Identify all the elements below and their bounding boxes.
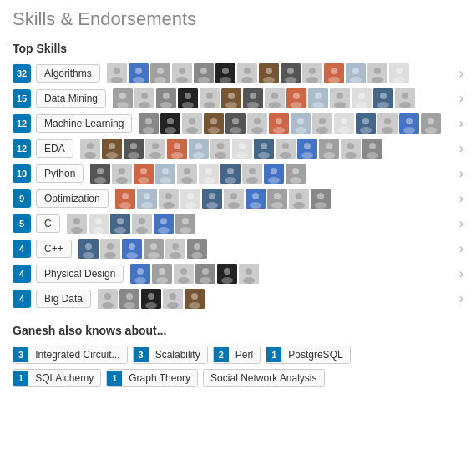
svg-point-20 <box>241 77 253 83</box>
skill-avatars <box>78 239 456 259</box>
svg-point-233 <box>93 227 104 234</box>
also-badge[interactable]: 1SQLAlchemy <box>13 369 101 387</box>
expand-chevron-icon[interactable]: › <box>459 266 463 281</box>
expand-chevron-icon[interactable]: › <box>459 191 463 206</box>
also-count: 3 <box>134 347 149 362</box>
svg-point-158 <box>301 152 313 159</box>
svg-point-131 <box>106 152 118 159</box>
avatar <box>367 63 387 83</box>
svg-point-85 <box>145 118 152 124</box>
svg-point-278 <box>221 277 233 284</box>
svg-point-14 <box>198 77 210 83</box>
expand-chevron-icon[interactable]: › <box>459 66 463 81</box>
skill-badge[interactable]: Machine Learning <box>36 114 132 133</box>
svg-point-16 <box>222 68 229 74</box>
page-title: Skills & Endorsements <box>13 8 463 30</box>
avatar <box>141 289 161 309</box>
avatar <box>373 88 393 108</box>
also-count: 1 <box>107 371 122 386</box>
also-label: Graph Theory <box>122 370 197 386</box>
svg-point-287 <box>124 302 135 309</box>
skill-count: 12 <box>13 139 31 158</box>
skill-badge[interactable]: C++ <box>36 240 72 258</box>
svg-point-248 <box>83 252 94 259</box>
skill-avatars <box>107 63 456 83</box>
skill-badge[interactable]: Data Mining <box>36 89 106 108</box>
svg-point-205 <box>165 193 172 199</box>
svg-point-65 <box>269 102 281 108</box>
avatar <box>265 88 285 108</box>
also-badge[interactable]: 1PostgreSQL <box>266 346 351 364</box>
skill-badge[interactable]: Optimization <box>36 189 109 208</box>
avatar <box>341 139 361 159</box>
svg-point-155 <box>280 152 291 159</box>
svg-point-263 <box>191 252 203 259</box>
svg-point-247 <box>85 243 92 250</box>
avatar <box>225 113 246 134</box>
skill-badge[interactable]: Python <box>36 164 84 183</box>
skill-row: 15Data Mining <box>13 88 463 108</box>
svg-point-274 <box>202 268 209 275</box>
skill-badge[interactable]: C <box>36 214 60 233</box>
expand-chevron-icon[interactable]: › <box>459 91 463 106</box>
svg-point-98 <box>230 127 241 134</box>
svg-point-269 <box>156 277 168 284</box>
skill-badge[interactable]: Big Data <box>36 290 91 308</box>
avatar <box>239 264 259 284</box>
also-badge[interactable]: Social Network Analysis <box>203 369 324 387</box>
avatar <box>178 88 198 108</box>
expand-chevron-icon[interactable]: › <box>459 166 463 181</box>
svg-point-161 <box>323 152 335 159</box>
svg-point-245 <box>180 227 191 234</box>
expand-chevron-icon[interactable]: › <box>459 291 463 306</box>
svg-point-226 <box>317 193 324 199</box>
avatar <box>281 63 301 83</box>
skill-badge[interactable]: Physical Design <box>36 265 124 283</box>
skill-row: 5C <box>13 214 463 234</box>
svg-point-100 <box>254 118 261 124</box>
avatar <box>311 189 331 209</box>
skill-count: 4 <box>13 240 31 258</box>
skill-badge[interactable]: Algorithms <box>36 64 100 83</box>
svg-point-1 <box>114 68 120 74</box>
svg-point-83 <box>399 102 411 108</box>
expand-chevron-icon[interactable]: › <box>459 141 463 156</box>
svg-point-185 <box>203 177 215 184</box>
svg-point-268 <box>159 268 165 275</box>
svg-point-49 <box>163 93 170 99</box>
also-count: 2 <box>214 347 229 362</box>
svg-point-2 <box>111 77 123 83</box>
expand-chevron-icon[interactable]: › <box>459 216 463 231</box>
avatar <box>154 214 174 234</box>
svg-point-95 <box>208 127 220 134</box>
avatar <box>377 113 398 134</box>
also-badge[interactable]: 3Scalability <box>133 346 208 364</box>
svg-point-142 <box>195 143 202 149</box>
svg-point-22 <box>266 68 272 74</box>
also-badge[interactable]: 1Graph Theory <box>106 369 198 387</box>
expand-chevron-icon[interactable]: › <box>459 241 463 256</box>
svg-point-184 <box>205 168 212 174</box>
also-badge[interactable]: 2Perl <box>213 346 261 364</box>
skill-count: 9 <box>13 189 31 208</box>
svg-point-71 <box>312 102 324 108</box>
avatar <box>177 164 197 184</box>
avatar <box>224 189 244 209</box>
svg-point-242 <box>158 227 170 234</box>
also-badge[interactable]: 3Integrated Circuit... <box>13 346 128 364</box>
svg-point-43 <box>119 93 126 99</box>
svg-point-59 <box>225 102 237 108</box>
svg-point-253 <box>129 243 135 250</box>
skill-badge[interactable]: EDA <box>36 139 73 158</box>
svg-point-259 <box>172 243 179 250</box>
svg-point-202 <box>144 193 150 199</box>
also-label: Integrated Circuit... <box>28 346 126 363</box>
svg-point-86 <box>143 127 154 134</box>
expand-chevron-icon[interactable]: › <box>459 116 463 131</box>
svg-point-139 <box>174 143 180 149</box>
avatar <box>185 289 205 309</box>
avatar <box>182 113 202 134</box>
svg-point-230 <box>71 227 83 234</box>
svg-point-244 <box>182 218 189 224</box>
svg-point-101 <box>251 127 263 134</box>
